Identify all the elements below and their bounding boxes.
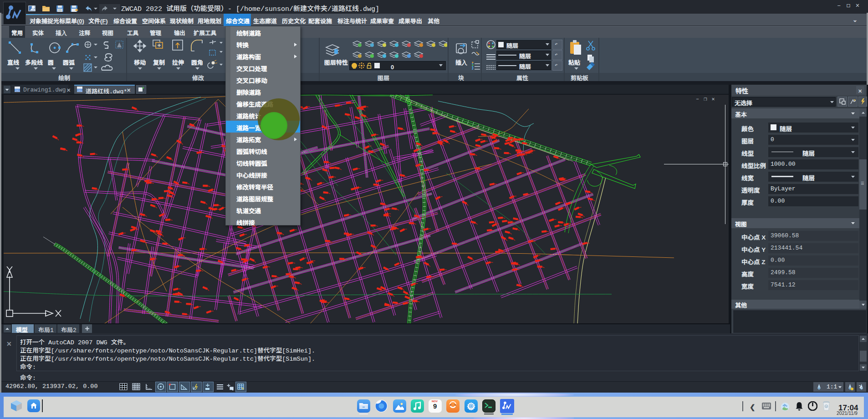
svg-text:o: o [826, 405, 827, 408]
svg-text:DWG: DWG [77, 89, 82, 92]
svg-text:DWG: DWG [15, 89, 20, 92]
